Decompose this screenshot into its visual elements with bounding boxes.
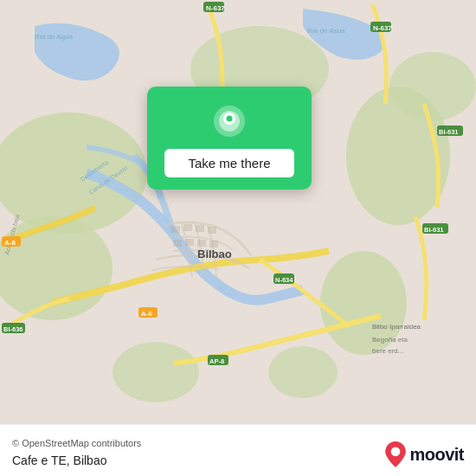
svg-text:Ría de Asua: Ría de Asua xyxy=(307,27,345,35)
svg-point-47 xyxy=(227,116,233,122)
svg-text:BI-631: BI-631 xyxy=(424,226,444,234)
svg-rect-39 xyxy=(209,241,218,248)
svg-text:bere erd...: bere erd... xyxy=(372,347,403,355)
svg-rect-37 xyxy=(185,239,194,246)
svg-point-6 xyxy=(389,52,476,121)
svg-text:N-637: N-637 xyxy=(373,24,392,32)
svg-text:Bilbo Iparraldea: Bilbo Iparraldea xyxy=(372,323,421,331)
map-container: Descubierta Canal de Deusto Ría de Agua … xyxy=(0,0,476,424)
moovit-logo: moovit xyxy=(384,441,464,467)
svg-text:BI-636: BI-636 xyxy=(3,325,23,333)
svg-text:Bilbao: Bilbao xyxy=(197,248,232,261)
svg-text:AP-8: AP-8 xyxy=(209,357,224,365)
svg-rect-35 xyxy=(208,227,216,234)
svg-text:BI-631: BI-631 xyxy=(439,128,459,136)
svg-text:A-6: A-6 xyxy=(141,310,152,318)
location-card: Take me there xyxy=(147,87,312,190)
bottom-bar: © OpenStreetMap contributors Cafe e TE, … xyxy=(0,424,476,476)
svg-point-48 xyxy=(391,447,401,456)
svg-rect-34 xyxy=(196,225,204,232)
take-me-there-button[interactable]: Take me there xyxy=(164,149,294,177)
moovit-pin-icon xyxy=(384,441,407,467)
location-pin-icon xyxy=(210,102,248,140)
moovit-text: moovit xyxy=(409,445,464,465)
svg-point-8 xyxy=(268,346,338,398)
svg-rect-36 xyxy=(173,240,182,247)
svg-rect-38 xyxy=(197,240,206,247)
svg-rect-33 xyxy=(183,224,192,231)
svg-rect-32 xyxy=(171,226,180,233)
svg-point-7 xyxy=(113,342,199,402)
svg-text:Ría de Agua: Ría de Agua xyxy=(35,33,74,41)
svg-text:N-637: N-637 xyxy=(206,4,225,12)
svg-text:N-634: N-634 xyxy=(275,276,293,284)
svg-text:Begoña eta: Begoña eta xyxy=(372,336,408,344)
location-label: Cafe e TE, Bilbao xyxy=(12,453,106,467)
svg-text:A-8: A-8 xyxy=(4,239,16,247)
